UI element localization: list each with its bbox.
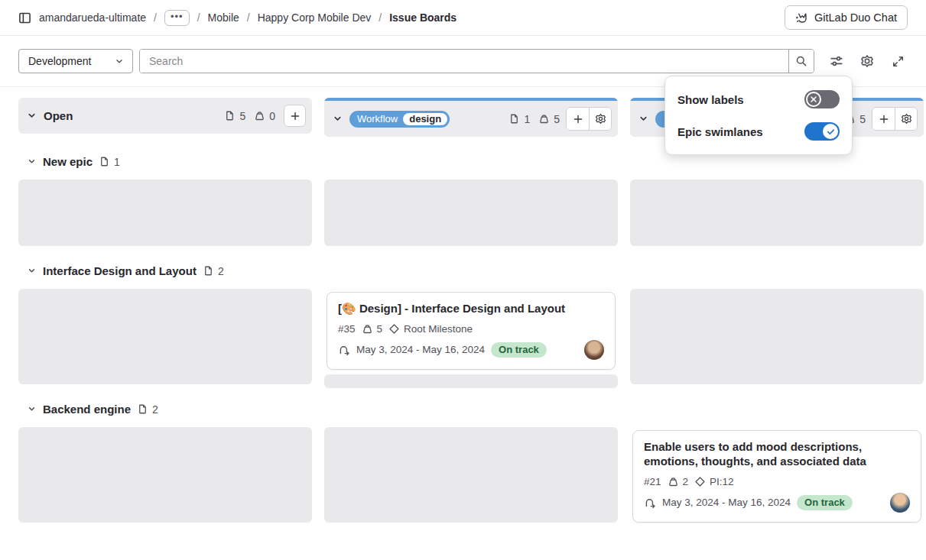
collapse-swimlane-chevron-icon[interactable] — [27, 266, 37, 276]
column-weight-count: 0 — [269, 110, 275, 122]
duo-chat-tanuki-icon — [795, 11, 808, 24]
weight-icon — [362, 323, 373, 335]
column-issue-count: 5 — [239, 110, 245, 122]
breadcrumb-ellipsis-button[interactable]: ••• — [164, 10, 190, 26]
breadcrumb-subproject[interactable]: Happy Corp Mobile Dev — [258, 11, 372, 24]
label-scope: Workflow — [349, 111, 403, 128]
swimlane-row-new-epic — [18, 180, 926, 246]
search-button[interactable] — [788, 50, 814, 73]
issue-count-icon — [224, 110, 236, 121]
list-settings-button[interactable] — [589, 108, 611, 130]
card-drop-zone[interactable] — [324, 374, 618, 388]
plus-icon — [290, 111, 301, 121]
top-bar: amandarueda-ultimate / ••• / Mobile / Ha… — [0, 0, 926, 36]
show-labels-toggle[interactable] — [804, 90, 840, 108]
swimlane-row-interface-design: [🎨 Design] - Interface Design and Layout… — [18, 289, 926, 384]
weight-icon — [254, 110, 265, 121]
breadcrumb-separator: / — [197, 11, 200, 24]
sidebar-toggle-icon[interactable] — [18, 11, 31, 24]
chevron-down-icon — [114, 56, 125, 66]
swimlane-header-backend-engine: Backend engine 2 — [27, 403, 926, 416]
plus-icon — [879, 114, 889, 125]
check-icon — [827, 128, 835, 136]
expand-icon — [892, 55, 905, 68]
collapse-swimlane-chevron-icon[interactable] — [27, 404, 37, 414]
toolbar-actions — [827, 51, 908, 71]
swimlane-header-interface-design: Interface Design and Layout 2 — [27, 264, 926, 277]
breadcrumb-current-page: Issue Boards — [389, 11, 457, 24]
collapse-swimlane-chevron-icon[interactable] — [27, 157, 37, 167]
swimlane-issue-count: 2 — [152, 403, 158, 416]
x-icon — [810, 95, 817, 103]
empty-list-cell[interactable] — [324, 180, 618, 246]
assignee-avatar[interactable] — [584, 340, 604, 360]
sort-preferences-button[interactable] — [827, 51, 846, 71]
swimlane-title: Interface Design and Layout — [43, 264, 197, 277]
issue-count-icon — [203, 265, 214, 277]
iteration-icon — [644, 497, 656, 509]
empty-list-cell[interactable] — [324, 427, 618, 523]
add-issue-button[interactable] — [284, 105, 306, 127]
duo-chat-label: GitLab Duo Chat — [814, 11, 897, 24]
assignee-avatar[interactable] — [890, 493, 910, 513]
empty-list-cell[interactable] — [630, 289, 924, 384]
search-input[interactable] — [140, 50, 788, 73]
column-scoped-label[interactable]: Workflow design — [349, 111, 450, 128]
issue-date-range: May 3, 2024 - May 16, 2024 — [662, 497, 791, 508]
gear-icon — [901, 113, 912, 125]
issue-weight: 2 — [683, 476, 689, 487]
status-badge: On track — [797, 495, 853, 510]
issue-count-icon — [99, 156, 110, 167]
sliders-icon — [830, 54, 843, 68]
search-icon — [795, 55, 807, 67]
board-settings-button[interactable] — [857, 51, 877, 71]
gear-icon — [860, 54, 874, 68]
issue-card-design-interface[interactable]: [🎨 Design] - Interface Design and Layout… — [327, 292, 616, 370]
swimlane-title: Backend engine — [43, 403, 131, 416]
swimlane-issue-count: 2 — [218, 265, 224, 277]
weight-icon — [668, 476, 679, 487]
collapse-column-chevron-icon[interactable] — [638, 113, 649, 125]
board-switcher-value: Development — [28, 55, 92, 67]
swimlane-title: New epic — [43, 155, 93, 168]
empty-list-cell[interactable] — [18, 180, 312, 246]
issue-milestone: PI:12 — [710, 476, 734, 487]
board-view-settings-popover: Show labels Epic swimlanes — [664, 76, 853, 155]
status-badge: On track — [491, 342, 547, 358]
empty-list-cell[interactable] — [18, 289, 312, 384]
show-labels-label: Show labels — [677, 93, 744, 106]
issue-date-range: May 3, 2024 - May 16, 2024 — [356, 344, 485, 355]
column-weight-count: 5 — [554, 113, 560, 125]
swimlane-header-new-epic: New epic 1 — [27, 155, 926, 168]
breadcrumb-separator: / — [247, 11, 250, 24]
issue-card-title: Enable users to add mood descriptions, e… — [644, 440, 910, 469]
list-settings-button[interactable] — [895, 108, 917, 130]
gear-icon — [595, 113, 606, 125]
list-cell-with-card: [🎨 Design] - Interface Design and Layout… — [324, 289, 618, 384]
plus-icon — [573, 114, 583, 125]
board-switcher-dropdown[interactable]: Development — [18, 49, 133, 73]
gitlab-duo-chat-button[interactable]: GitLab Duo Chat — [785, 5, 908, 30]
breadcrumb-separator: / — [154, 11, 157, 24]
board-column-open: Open 5 0 — [18, 98, 312, 134]
expand-board-button[interactable] — [888, 51, 908, 71]
breadcrumb: amandarueda-ultimate / ••• / Mobile / Ha… — [18, 10, 457, 26]
issue-card-mood-descriptions[interactable]: Enable users to add mood descriptions, e… — [632, 430, 921, 523]
label-value: design — [403, 113, 447, 125]
collapse-column-chevron-icon[interactable] — [26, 110, 37, 121]
issue-card-title: [🎨 Design] - Interface Design and Layout — [338, 302, 604, 316]
breadcrumb-project-root[interactable]: amandarueda-ultimate — [39, 11, 146, 24]
milestone-icon — [388, 323, 400, 335]
breadcrumb-group[interactable]: Mobile — [208, 11, 239, 24]
empty-list-cell[interactable] — [18, 427, 312, 523]
add-issue-button[interactable] — [567, 108, 589, 130]
empty-list-cell[interactable] — [630, 180, 924, 246]
epic-swimlanes-toggle[interactable] — [804, 122, 840, 141]
issue-weight: 5 — [377, 323, 383, 335]
weight-icon — [538, 113, 550, 125]
milestone-icon — [694, 476, 706, 487]
collapse-column-chevron-icon[interactable] — [332, 113, 343, 125]
issue-reference: #35 — [338, 323, 356, 335]
iteration-icon — [338, 344, 350, 356]
add-issue-button[interactable] — [872, 108, 895, 130]
